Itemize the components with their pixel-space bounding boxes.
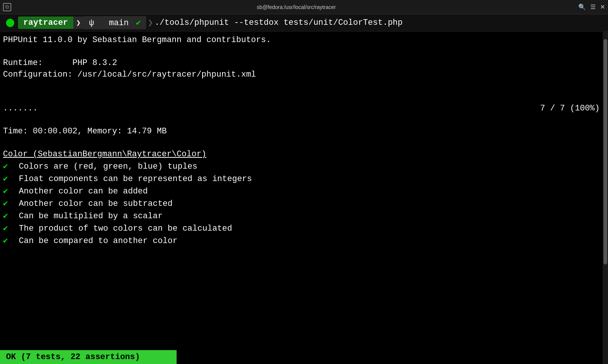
blank-line-3 (3, 92, 600, 103)
time-memory-line: Time: 00:00.002, Memory: 14.79 MB (3, 126, 600, 137)
titlebar-left: ⧉ (3, 3, 14, 11)
scrollbar-thumb[interactable] (603, 39, 607, 264)
test-label-4: Can be multiplied by a scalar (19, 210, 163, 222)
check-icon-6: ✔ (3, 235, 14, 247)
tab-repo-label[interactable]: raytracer (18, 17, 73, 29)
test-label-2: Another color can be added (19, 185, 148, 198)
blank-line-1 (3, 46, 600, 57)
blank-line-2 (3, 80, 600, 92)
close-button[interactable]: ✕ (600, 3, 605, 11)
check-icon-1: ✔ (3, 173, 14, 185)
phpunit-header: PHPUnit 11.0.0 by Sebastian Bergmann and… (3, 35, 600, 46)
tab-arrow-icon: ❯ (148, 17, 153, 28)
titlebar-controls: 🔍 ☰ ✕ (578, 3, 605, 11)
terminal-content: PHPUnit 11.0.0 by Sebastian Bergmann and… (0, 32, 603, 364)
test-dots: ....... (3, 103, 38, 115)
tab-item: raytracer ❯ ψ main ✔ ❯ ./tools/phpunit -… (0, 14, 409, 31)
tabbar: raytracer ❯ ψ main ✔ ❯ ./tools/phpunit -… (0, 14, 608, 32)
test-item-0: ✔ Colors are (red, green, blue) tuples (3, 160, 600, 173)
config-line: Configuration: /usr/local/src/raytracer/… (3, 69, 600, 81)
test-item-2: ✔ Another color can be added (3, 185, 600, 198)
branch-check-icon: ✔ (136, 18, 141, 28)
test-item-1: ✔ Float components can be represented as… (3, 173, 600, 185)
test-item-6: ✔ Can be compared to another color (3, 235, 600, 247)
branch-name: main (109, 18, 129, 28)
progress-count: 7 / 7 (100%) (540, 103, 600, 115)
progress-line: ....... 7 / 7 (100%) (3, 103, 600, 115)
test-label-1: Float components can be represented as i… (19, 173, 252, 185)
blank-line-4 (3, 115, 600, 126)
scrollbar[interactable] (603, 32, 608, 364)
tab-chevron-icon: ❯ (73, 17, 84, 29)
test-item-5: ✔ The product of two colors can be calcu… (3, 222, 600, 235)
check-icon-0: ✔ (3, 160, 14, 173)
menu-button[interactable]: ☰ (590, 3, 596, 11)
titlebar-title: sb@fedora:/usr/local/src/raytracer (257, 4, 336, 10)
ok-bar: OK (7 tests, 22 assertions) (0, 350, 177, 364)
check-icon-2: ✔ (3, 185, 14, 198)
tab-command: ./tools/phpunit --testdox tests/unit/Col… (154, 17, 402, 29)
blank-line-5 (3, 137, 600, 149)
test-label-5: The product of two colors can be calcula… (19, 222, 232, 235)
window-icon-symbol: ⧉ (5, 4, 9, 10)
test-item-4: ✔ Can be multiplied by a scalar (3, 210, 600, 222)
test-label-0: Colors are (red, green, blue) tuples (19, 160, 197, 173)
check-icon-3: ✔ (3, 198, 14, 210)
branch-icon: ψ (89, 18, 94, 28)
test-item-3: ✔ Another color can be subtracted (3, 198, 600, 210)
main-area: PHPUnit 11.0.0 by Sebastian Bergmann and… (0, 32, 608, 364)
search-button[interactable]: 🔍 (578, 3, 586, 11)
class-heading: Color (SebastianBergmann\Raytracer\Color… (3, 149, 600, 160)
test-label-6: Can be compared to another color (19, 235, 177, 247)
tab-branch-label: ψ main ✔ (84, 16, 146, 29)
green-dot-icon (6, 19, 14, 27)
check-icon-4: ✔ (3, 210, 14, 222)
runtime-line: Runtime: PHP 8.3.2 (3, 57, 600, 69)
check-icon-5: ✔ (3, 222, 14, 235)
window-icon[interactable]: ⧉ (3, 3, 11, 11)
test-label-3: Another color can be subtracted (19, 198, 172, 210)
titlebar: ⧉ sb@fedora:/usr/local/src/raytracer 🔍 ☰… (0, 0, 608, 14)
